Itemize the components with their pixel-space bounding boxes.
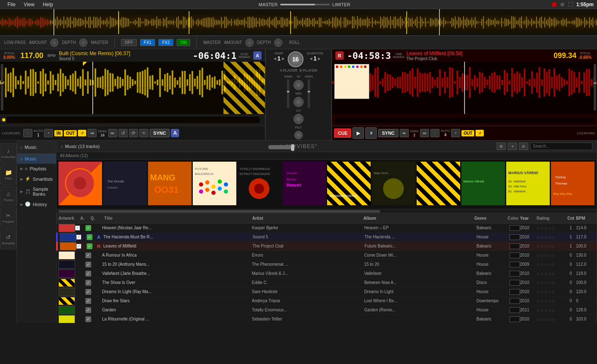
fx1-btn[interactable]: FX1 [140,39,155,46]
on-btn[interactable]: ON [177,39,190,46]
a-indicator[interactable]: A [171,129,179,137]
header-a[interactable]: A. [77,216,87,221]
album-thumb-7[interactable]: SOUNDS/HACIENDA [327,162,371,205]
track-check-q[interactable]: ✓ [85,271,96,277]
track-rating[interactable]: ☆☆☆☆☆ [536,280,565,285]
track-check-q[interactable]: ✓ [85,225,96,231]
header-artist[interactable]: Artist [252,216,363,221]
collection-icon[interactable]: ♪ Collection [0,143,17,163]
album-thumb-12[interactable]: Tommy Thomas Why Why Why [551,162,595,205]
track-color-swatch[interactable] [510,234,520,240]
album-thumb-10[interactable]: Marius Våreid [461,162,505,205]
fwd-btn-b[interactable]: ⏭ [420,129,429,137]
quantize-dial[interactable]: 16 [288,51,303,67]
track-check-q[interactable]: ✓ [85,280,96,286]
track-color-swatch[interactable] [510,271,520,277]
header-album[interactable]: Album [363,216,474,221]
sync-btn-b[interactable]: SYNC [378,129,398,137]
track-check-q[interactable]: ✓ [85,289,96,295]
pitch-slider-a[interactable] [1,64,3,111]
autoplay-icon[interactable]: ↺ Autoplay [0,229,17,250]
track-row[interactable]: ✓GardenTotally Enormous...Garden (Remix.… [56,306,597,315]
track-rating[interactable]: ☆☆☆☆☆ [536,262,565,267]
track-row[interactable]: ✓✓HLeaves of MillfieldThe Project ClubFu… [56,242,597,251]
track-check-q[interactable]: ✓ [85,316,96,322]
album-thumb-11[interactable]: MARIUS VÅREID A1. Vallefaret A2. Villa F… [506,162,550,205]
track-row[interactable]: ✓✓Heaven (Nicolas Jaar Re...Kasper Bjørk… [56,223,597,233]
menu-help[interactable]: Help [39,2,57,7]
hi-knob[interactable] [294,80,303,90]
track-row[interactable]: ✓The Show Is OverEddie C.Between Now A..… [56,278,597,287]
cue-btn-b[interactable]: CUE [334,129,351,138]
sidebar-item-music[interactable]: ♪ Music [17,154,56,164]
track-row[interactable]: ✓Dreams In Light (Ray Ma...Sare Havlicek… [56,287,597,296]
track-row[interactable]: ✓A Rumour In AfricaErrorsCome Down Wi...… [56,251,597,260]
track-color-swatch[interactable] [510,225,520,231]
album-grid[interactable]: The DuruttiColumn MANG OO31 FUTURE BALEA… [56,160,597,209]
off-btn[interactable]: OFF [121,39,137,46]
album-thumb-2[interactable]: The DuruttiColumn [103,162,147,205]
header-color[interactable]: Color [507,216,520,221]
track-color-swatch[interactable] [510,298,520,304]
track-color-swatch[interactable] [510,243,520,249]
pause-btn-b[interactable]: ⏸ [365,127,377,139]
depth-knob-left[interactable] [79,39,87,47]
menu-file[interactable]: File [3,2,19,7]
header-title[interactable]: Title [104,216,252,221]
track-check-q[interactable]: ✓ [85,307,96,313]
loop-btn-a[interactable]: ↺ [119,129,128,137]
track-check-q[interactable]: ✓ [85,262,96,267]
album-thumb-5[interactable]: TOTALLY ENORMOUS EXTINCT DINOSAURS [238,162,281,205]
sidebar-item-history[interactable]: ▶ 🕐 History [17,199,56,209]
track-row[interactable]: ✓✓AThe Hacienda Must Be R...Sound 5The H… [56,233,597,242]
track-rating[interactable]: ☆☆☆☆☆ [536,308,565,313]
prepare-icon[interactable]: ✂ Prepare [0,207,17,228]
album-thumb-6[interactable]: Kasper Bjørke Heaven [282,162,326,205]
out-btn-a[interactable]: OUT [64,130,77,136]
play-loop-a[interactable]: ⟲ [139,129,148,137]
track-check-q[interactable]: ✓ [85,298,96,304]
plus-btn-a[interactable]: + [44,129,53,137]
sidebar-item-smartlists[interactable]: ▶ ⚡ Smartlists [17,174,56,184]
track-rating[interactable]: ☆☆☆☆☆ [536,244,565,249]
view-list-btn[interactable]: ≡ [508,143,517,150]
track-check-a[interactable]: ✓ [76,235,87,240]
fx2-btn[interactable]: FX2 [158,39,173,46]
track-rating[interactable]: ☆☆☆☆☆ [536,253,565,258]
header-year[interactable]: Year [520,216,536,221]
header-rating[interactable]: Rating [536,216,565,221]
track-rating[interactable]: ☆☆☆☆☆ [536,226,565,231]
gain-fader-b[interactable] [308,79,310,108]
track-color-swatch[interactable] [510,262,520,267]
track-rating[interactable]: ☆☆☆☆☆ [536,298,565,303]
cue-btn-a[interactable]: ⟳ [129,129,138,137]
amount-knob-left[interactable] [50,39,58,47]
sidebar-item-playlists[interactable]: ▶ ≡ Playlists [17,164,56,174]
plus-btn-b[interactable]: + [451,129,460,137]
album-thumb-3[interactable]: MANG OO31 [148,162,192,205]
track-row[interactable]: ✓Draw the StarsAndreya TrianaLost Where … [56,296,597,306]
track-check-q[interactable]: ✓ [87,234,97,240]
album-thumb-9[interactable] [417,162,460,205]
sync-btn-a[interactable]: SYNC [150,129,170,137]
view-detail-btn[interactable]: ⊟ [519,143,528,150]
fwd-btn-a[interactable]: ⏭ [108,129,117,137]
header-bpm[interactable]: BPM [576,216,595,221]
view-grid-btn[interactable]: ⊞ [497,143,506,150]
track-color-swatch[interactable] [510,252,520,258]
header-cnt[interactable]: Cnt [565,216,576,221]
track-row[interactable]: ✓Vallefaret (Jarle Braathe...Marius Våre… [56,269,597,278]
minus-btn-b[interactable]: - [430,129,439,137]
search-input[interactable] [530,143,592,150]
track-color-swatch[interactable] [510,289,520,295]
header-genre[interactable]: Genre [474,216,507,221]
menu-view[interactable]: View [19,2,39,7]
pitch-slider-b[interactable] [594,64,596,111]
in-btn-a[interactable]: IN [54,130,63,136]
track-color-swatch[interactable] [510,307,520,313]
itunes-icon[interactable]: ♫ iTunes [0,186,17,206]
mini-waveform-b[interactable] [334,116,595,124]
track-rating[interactable]: ☆☆☆☆☆ [536,235,565,240]
track-check-q[interactable]: ✓ [87,243,97,249]
master-slider[interactable] [280,4,330,5]
